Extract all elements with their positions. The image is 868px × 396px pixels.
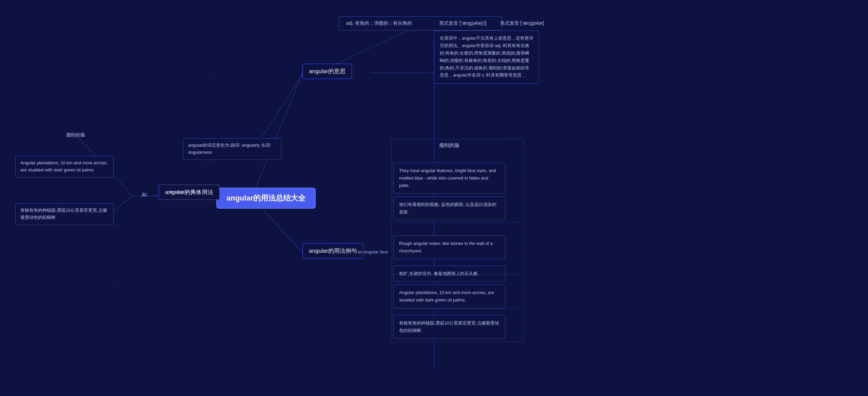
right-box-2-cn-text: 粗犷,生硬的音符, 像墓地围墙上的石头般. [399,271,479,276]
svg-line-4 [254,73,302,193]
american-pronunciation: 美式发音 [ˈæŋɡjələr] [500,20,544,26]
svg-line-15 [332,30,407,66]
right-box-2-cn: 粗犷,生硬的音符, 像墓地围墙上的石头般. [393,266,505,282]
right-box-3: Angular plantations, 10 km and more acro… [393,285,505,308]
british-pronunciation: 英式发音 [ˈæŋɡjələ(r)] [439,20,486,26]
left-box-2: 有棱有角的种植园,墨延10公里甚至更宽,点缀着墨绿色的棕榈树. [15,203,114,225]
meaning-label: angular的意思 [302,64,352,79]
detail-text: 在英语中，angular不仅具有上述意思，还有更详尽的用法。angular作形容… [440,36,533,78]
right-box-2-en: Rough angular notes, like stones in the … [399,241,493,253]
morph-text: angular的词态变化为:副词: angularly 名词: angularn… [188,143,271,155]
angular-face-phrase: an angular face [169,189,199,194]
right-box-1-en: They have angular features, bright blue … [399,167,499,189]
examples-label: angular的用法例句 [302,243,363,258]
right-box-1-cn: 他们有着瘦削的面貌, 蓝色的眼睛, 以及蓝白混杂的皮肤. [393,196,505,220]
left-box-2-cn: 有棱有角的种植园,墨延10公里甚至更宽,点缀着墨绿色的棕榈树. [20,208,107,220]
right-box-3-cn-text: 有棱有角的种植园,墨延10公里甚至更宽,点缀着墨绿色的棕榈树. [399,320,499,333]
lean-face-left-label: 瘦削的脸 [66,132,85,138]
definition-text: adj. 有角的；消瘦的；有尖角的 [346,20,412,26]
lean-face-left-text: 瘦削的脸 [66,132,85,138]
detail-box: 在英语中，angular不仅具有上述意思，还有更详尽的用法。angular作形容… [434,30,539,84]
right-box-3-cn: 有棱有角的种植园,墨延10公里甚至更宽,点缀着墨绿色的棕榈树. [393,315,505,339]
right-box-2: Rough angular notes, like stones in the … [393,235,505,259]
central-label: angular的用法总结大全 [216,188,316,209]
central-node: angular的用法总结大全 [216,188,316,209]
left-box-1-en: Angular plantations, 10 km and more acro… [20,160,108,172]
example-phrase-label: an angular face [358,249,388,254]
meaning-section-header: angular的意思 [302,64,352,79]
lean-face-right-header: 瘦削的脸 [439,142,459,149]
right-box-3-en: Angular plantations, 10 km and more acro… [399,290,494,303]
right-box-1: They have angular features, bright blue … [393,163,505,194]
svg-point-0 [108,58,231,180]
like-label: 如: [142,192,148,198]
right-box-1-cn-text: 他们有着瘦削的面貌, 蓝色的眼睛, 以及蓝白混杂的皮肤. [399,202,496,214]
pronunciation-bar: adj. 有角的；消瘦的；有尖角的 英式发音 [ˈæŋɡjələ(r)] 美式发… [339,16,502,30]
left-box-1: Angular plantations, 10 km and more acro… [15,156,114,178]
examples-section-header: angular的用法例句 [302,243,363,258]
morph-box: angular的词态变化为:副词: angularly 名词: angularn… [183,138,281,160]
